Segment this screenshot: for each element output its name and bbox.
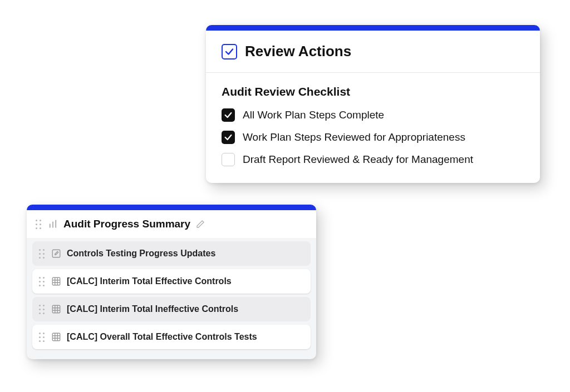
review-actions-title: Review Actions <box>245 43 351 60</box>
progress-row[interactable]: [CALC] Interim Total Effective Controls <box>32 269 311 294</box>
table-icon <box>51 304 61 314</box>
progress-summary-card: Audit Progress Summary Controls Testing … <box>27 205 316 359</box>
drag-handle-icon[interactable] <box>38 248 46 259</box>
drag-handle-icon[interactable] <box>35 219 42 230</box>
review-actions-body: Audit Review Checklist All Work Plan Ste… <box>206 73 540 183</box>
review-actions-card: Review Actions Audit Review Checklist Al… <box>206 25 540 183</box>
pencil-icon[interactable] <box>196 220 205 229</box>
progress-summary-header: Audit Progress Summary <box>27 210 316 238</box>
checkbox-unchecked-icon[interactable] <box>222 153 235 166</box>
progress-list: Controls Testing Progress Updates [CALC]… <box>27 238 316 355</box>
checklist-item[interactable]: Draft Report Reviewed & Ready for Manage… <box>222 153 524 166</box>
progress-row[interactable]: [CALC] Interim Total Ineffective Control… <box>32 297 311 321</box>
checklist-item[interactable]: All Work Plan Steps Complete <box>222 108 524 122</box>
progress-row-label: [CALC] Interim Total Effective Controls <box>67 276 232 286</box>
progress-row[interactable]: Controls Testing Progress Updates <box>32 241 311 266</box>
checklist-label: Draft Report Reviewed & Ready for Manage… <box>243 153 473 166</box>
progress-row-label: Controls Testing Progress Updates <box>67 249 215 259</box>
checklist-item[interactable]: Work Plan Steps Reviewed for Appropriate… <box>222 131 524 144</box>
checklist-label: Work Plan Steps Reviewed for Appropriate… <box>243 131 465 143</box>
bar-chart-icon <box>48 219 58 229</box>
svg-rect-3 <box>52 250 60 257</box>
compose-icon <box>51 249 61 259</box>
checkbox-checked-icon[interactable] <box>222 108 235 122</box>
checklist-label: All Work Plan Steps Complete <box>243 109 384 121</box>
progress-summary-title: Audit Progress Summary <box>63 218 190 230</box>
drag-handle-icon[interactable] <box>38 304 46 315</box>
table-icon <box>51 276 61 286</box>
svg-rect-4 <box>52 277 60 285</box>
drag-handle-icon[interactable] <box>38 276 46 287</box>
checkbox-checked-icon[interactable] <box>222 131 235 144</box>
checklist-title: Audit Review Checklist <box>222 85 524 98</box>
drag-handle-icon[interactable] <box>38 331 46 343</box>
review-actions-header: Review Actions <box>206 31 540 73</box>
progress-row[interactable]: [CALC] Overall Total Effective Controls … <box>32 325 311 349</box>
table-icon <box>51 332 61 342</box>
progress-row-label: [CALC] Overall Total Effective Controls … <box>67 332 257 342</box>
checkbox-outline-icon <box>222 44 237 59</box>
progress-row-label: [CALC] Interim Total Ineffective Control… <box>67 304 238 314</box>
svg-rect-14 <box>52 333 60 341</box>
svg-rect-9 <box>52 305 60 313</box>
